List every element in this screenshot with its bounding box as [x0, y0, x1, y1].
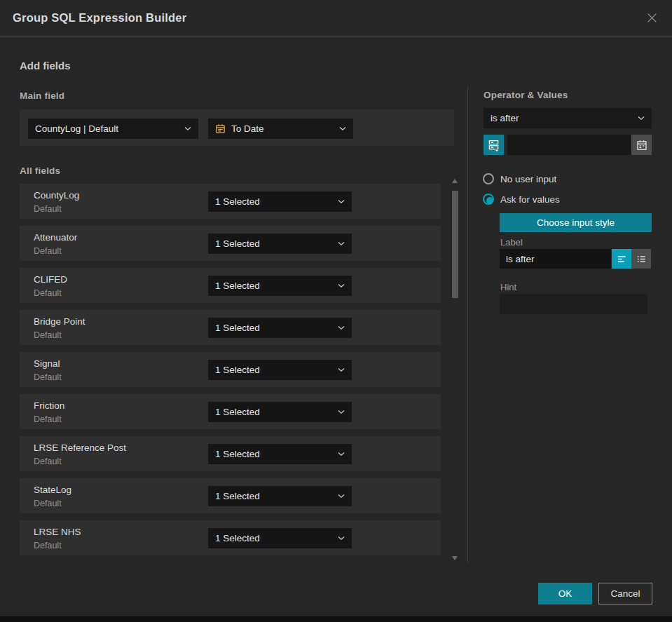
field-subtitle: Default — [34, 246, 62, 256]
field-name: Attenuator — [34, 232, 77, 243]
field-selected-dropdown[interactable]: 1 Selected — [208, 276, 352, 296]
field-row: Signal Default 1 Selected — [20, 352, 441, 387]
field-name: CLIFED — [34, 274, 67, 285]
selected-count: 1 Selected — [215, 196, 260, 207]
label-field-caption: Label — [500, 237, 523, 248]
field-row: CountyLog Default 1 Selected — [20, 184, 441, 219]
radio-label: Ask for values — [500, 194, 560, 205]
operator-values-heading: Operator & Values — [484, 90, 568, 100]
hint-input[interactable] — [500, 294, 647, 314]
operator-dropdown[interactable]: is after — [484, 108, 652, 128]
list-style-toggle[interactable] — [631, 249, 651, 269]
align-left-icon — [617, 254, 627, 264]
field-row: Bridge Point Default 1 Selected — [20, 310, 441, 345]
dialog-title: Group SQL Expression Builder — [13, 11, 186, 25]
field-row: Attenuator Default 1 Selected — [20, 226, 441, 261]
chevron-down-icon — [338, 367, 345, 372]
selected-count: 1 Selected — [215, 449, 260, 459]
chevron-down-icon — [339, 126, 346, 131]
single-line-style-toggle[interactable] — [612, 249, 631, 269]
radio-circle-icon — [483, 173, 494, 184]
bullet-list-icon — [636, 254, 647, 264]
field-row: StateLog Default 1 Selected — [20, 478, 441, 513]
field-name: Signal — [34, 358, 60, 369]
field-row: Friction Default 1 Selected — [20, 394, 441, 429]
group-sql-expression-builder-dialog: Group SQL Expression Builder Add fields … — [0, 0, 672, 616]
field-selected-dropdown[interactable]: 1 Selected — [208, 360, 352, 380]
field-subtitle: Default — [34, 288, 62, 298]
field-selected-dropdown[interactable]: 1 Selected — [208, 528, 352, 548]
radio-no-user-input[interactable]: No user input — [483, 173, 556, 185]
field-subtitle: Default — [34, 372, 62, 382]
cancel-button[interactable]: Cancel — [598, 583, 652, 604]
selected-count: 1 Selected — [215, 238, 260, 249]
main-field-dropdown[interactable]: CountyLog | Default — [28, 119, 198, 139]
field-name: LRSE Reference Post — [34, 442, 126, 453]
dialog-titlebar: Group SQL Expression Builder — [0, 0, 672, 36]
selected-count: 1 Selected — [215, 491, 260, 501]
field-subtitle: Default — [34, 541, 62, 550]
vertical-divider — [467, 87, 468, 562]
chevron-down-icon — [338, 283, 345, 288]
field-selected-dropdown[interactable]: 1 Selected — [208, 444, 352, 464]
field-selected-dropdown[interactable]: 1 Selected — [208, 486, 352, 506]
ok-button[interactable]: OK — [538, 583, 592, 604]
chevron-down-icon — [338, 325, 345, 330]
calendar-icon — [636, 140, 647, 151]
field-selected-dropdown[interactable]: 1 Selected — [208, 191, 352, 212]
scrollbar-thumb[interactable] — [452, 191, 458, 298]
date-mode-dropdown[interactable]: To Date — [208, 119, 353, 139]
date-mode-dropdown-value: To Date — [231, 123, 264, 134]
scroll-up-arrow-icon[interactable] — [452, 179, 458, 183]
main-field-panel: CountyLog | Default To Date — [20, 109, 454, 146]
operator-dropdown-value: is after — [491, 113, 519, 123]
selected-count: 1 Selected — [215, 280, 260, 291]
field-subtitle: Default — [34, 499, 62, 508]
field-selected-dropdown[interactable]: 1 Selected — [208, 318, 352, 338]
field-subtitle: Default — [34, 330, 62, 340]
label-input[interactable] — [500, 249, 611, 269]
chevron-down-icon — [338, 241, 345, 246]
field-name: CountyLog — [34, 190, 79, 201]
selected-count: 1 Selected — [215, 407, 260, 417]
field-row: CLIFED Default 1 Selected — [20, 268, 441, 303]
close-icon[interactable] — [644, 11, 659, 26]
hint-field-caption: Hint — [500, 282, 516, 292]
chevron-down-icon — [338, 494, 345, 499]
radio-circle-selected-icon — [483, 194, 494, 205]
radio-ask-for-values[interactable]: Ask for values — [483, 193, 560, 205]
chevron-down-icon — [184, 126, 191, 131]
calendar-icon — [215, 123, 226, 134]
field-subtitle: Default — [34, 457, 62, 466]
field-name: LRSE NHS — [34, 527, 81, 537]
radio-label: No user input — [500, 174, 556, 184]
all-fields-label: All fields — [20, 165, 60, 176]
selected-count: 1 Selected — [215, 323, 260, 333]
field-name: Friction — [34, 400, 64, 411]
field-row: LRSE Reference Post Default 1 Selected — [20, 436, 441, 471]
field-selected-dropdown[interactable]: 1 Selected — [208, 402, 352, 422]
scroll-down-arrow-icon[interactable] — [452, 556, 458, 560]
choose-input-style-button[interactable]: Choose input style — [500, 213, 652, 232]
field-row: LRSE NHS Default 1 Selected — [20, 520, 441, 555]
selected-count: 1 Selected — [215, 533, 260, 543]
selected-count: 1 Selected — [215, 365, 260, 375]
chevron-down-icon — [338, 536, 345, 541]
chevron-down-icon — [338, 452, 345, 457]
field-name: StateLog — [34, 485, 71, 495]
value-date-input[interactable] — [507, 135, 631, 155]
field-selected-dropdown[interactable]: 1 Selected — [208, 234, 352, 254]
field-subtitle: Default — [34, 204, 62, 214]
add-fields-heading: Add fields — [20, 60, 71, 72]
chevron-down-icon — [338, 199, 345, 204]
value-input-type-button[interactable] — [484, 135, 504, 155]
field-subtitle: Default — [34, 414, 62, 424]
main-field-label: Main field — [20, 90, 64, 101]
main-field-dropdown-value: CountyLog | Default — [35, 123, 118, 134]
chevron-down-icon — [338, 410, 345, 414]
input-fields-icon — [488, 139, 500, 151]
scrollbar[interactable] — [451, 177, 459, 562]
chevron-down-icon — [638, 116, 645, 121]
field-name: Bridge Point — [34, 316, 85, 327]
date-picker-button[interactable] — [631, 135, 652, 155]
